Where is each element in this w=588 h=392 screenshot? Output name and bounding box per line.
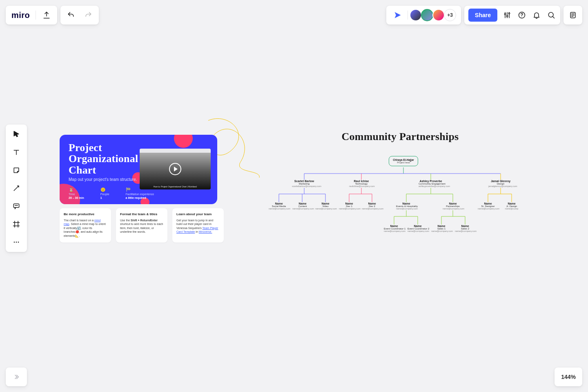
org-node[interactable]: NamePartnershipsname@company.com xyxy=(443,202,463,210)
org-node[interactable]: NameSr. Designername@company.com xyxy=(478,202,498,210)
link[interactable]: Miroverse. xyxy=(199,230,212,233)
decoration-circle xyxy=(174,135,193,148)
org-node[interactable]: Raul IchiseTechnologyraulichise@company.… xyxy=(349,180,374,187)
org-chart[interactable]: Community Partnerships xyxy=(270,131,531,159)
org-node[interactable]: NameDev 2name@company.com xyxy=(362,202,382,210)
tip-title: Format the team & titles xyxy=(120,212,163,216)
video-caption: How to: Project Organizational Chart | W… xyxy=(140,185,211,188)
org-node[interactable]: NameJr. Designname@comp xyxy=(501,202,522,210)
play-icon xyxy=(169,163,181,175)
board-canvas[interactable]: Project Organizational Chart Map out you… xyxy=(0,0,588,392)
tip-card[interactable]: Learn about your team Get your team to j… xyxy=(172,208,224,243)
org-node[interactable]: NameEvent Coordinator 1name@company.com xyxy=(384,225,404,232)
tutorial-video[interactable]: How to: Project Organizational Chart | W… xyxy=(140,149,211,189)
tip-body: Use the Shift + Return/Enter shortcut to… xyxy=(120,218,163,234)
org-node[interactable]: NameEvents & Hospitalityname@company.com xyxy=(396,202,416,210)
hero-card[interactable]: Project Organizational Chart Map out you… xyxy=(60,135,217,204)
tip-card[interactable]: Be more productive The chart is based on… xyxy=(60,208,111,243)
tip-body: Get your team to jump in and build out t… xyxy=(176,218,220,234)
org-node[interactable]: Jamal GlenroyDesignjamalglenroy@company.… xyxy=(488,180,513,187)
org-chart-title: Community Partnerships xyxy=(270,131,531,143)
org-node[interactable]: NameSales 1name@company.com xyxy=(431,225,452,232)
tip-title: Be more productive xyxy=(64,212,107,216)
org-node[interactable]: NameSocial Medianame@company.com xyxy=(269,202,289,210)
org-node-lead[interactable]: Chhaya El-Hajjar Project lead xyxy=(389,156,418,166)
tip-card[interactable]: Format the team & titles Use the Shift +… xyxy=(116,208,167,243)
org-node[interactable]: Scarlet BarlowMarketingscarletbarlow@com… xyxy=(292,180,316,187)
hero-subtitle: Map out your project's team structure. xyxy=(69,177,137,182)
tip-cards: Be more productive The chart is based on… xyxy=(60,208,224,243)
org-node[interactable]: NameVideoname@company.com xyxy=(315,202,336,210)
tip-title: Learn about your team xyxy=(176,212,220,216)
org-node[interactable]: NameSales 2name@company.com xyxy=(455,225,475,232)
org-node[interactable]: Ashley ProverbeCommunity Engagementashle… xyxy=(419,180,443,187)
org-node[interactable]: NameContentname@company.com xyxy=(292,202,313,210)
tip-body: The chart is based on a mind map. Select… xyxy=(64,218,107,238)
org-node[interactable]: NameEvent Coordinator 2name@company.com xyxy=(408,225,428,232)
hero-title: Project Organizational Chart xyxy=(69,142,138,176)
org-node[interactable]: NameDev 1name@company.com xyxy=(339,202,359,210)
